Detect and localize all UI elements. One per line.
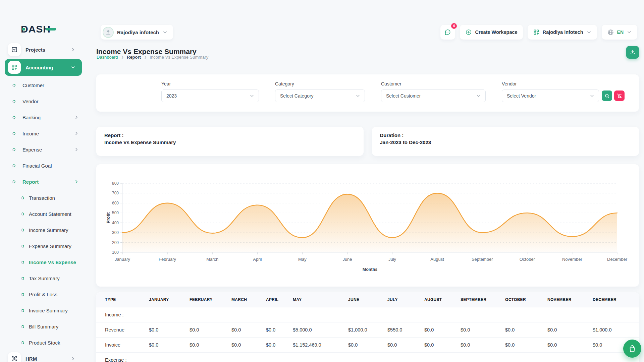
cell-value: $0.0 [416,337,452,352]
cell-value: $0.0 [379,337,416,352]
bullet-icon [21,276,24,280]
cell-value: $0.0 [539,337,584,352]
sidebar-item-accounting[interactable]: Accounting [5,59,82,76]
sidebar-item-tax-summary[interactable]: Tax Summary [5,270,82,286]
filter-category: Category Select Category [275,81,365,102]
cell-value: $0.0 [496,337,539,352]
bullet-icon [12,180,16,183]
category-select[interactable]: Select Category [275,89,365,102]
workspace-selector[interactable]: Rajodiya infotech [528,25,597,40]
download-button[interactable] [626,46,639,59]
bullet-icon [12,131,16,135]
chevron-down-icon [162,29,168,35]
filter-vendor: Vendor Select Vendor [502,81,599,102]
breadcrumb: Dashboard ❯ Report ❯ Income Vs Expense S… [97,55,208,60]
plus-circle-icon [465,29,472,36]
chevron-down-icon [355,93,361,99]
sidebar-item-customer[interactable]: Customer [5,77,82,93]
breadcrumb-current: Income Vs Expense Summary [150,55,208,60]
sidebar-item-profit-loss[interactable]: Profit & Loss [5,286,82,302]
chevron-down-icon [627,29,632,35]
sidebar-item-label: Income Vs Expense [29,259,76,265]
bullet-icon [12,164,16,167]
sidebar-item-finacial-goal[interactable]: Finacial Goal [5,158,82,174]
sidebar-item-invoice-summary[interactable]: Invoice Summary [5,302,82,318]
chevron-down-icon [589,93,595,99]
sidebar-item-income-summary[interactable]: Income Summary [5,222,82,238]
svg-text:September: September [472,257,493,262]
sidebar-item-label: Expense [22,147,42,153]
sidebar-item-projects[interactable]: Projects [5,42,82,58]
reset-filter-button[interactable] [614,90,625,101]
svg-text:March: March [206,257,218,262]
cell-value: $0.0 [223,337,257,352]
column-header: JUNE [339,292,379,307]
sidebar-item-label: Finacial Goal [22,163,52,169]
sidebar-item-expense[interactable]: Expense [5,141,82,158]
cell-value: $0.0 [223,322,257,337]
svg-text:100: 100 [112,250,119,255]
cell-value: $1,000.0 [339,322,379,337]
sidebar-item-label: Invoice Summary [29,308,68,313]
svg-text:700: 700 [112,191,119,195]
sidebar-item-income-vs-expense[interactable]: Income Vs Expense [5,254,82,270]
report-summary-card: Report : Income Vs Expense Summary [96,127,364,156]
create-workspace-button[interactable]: Create Workspace [460,25,523,40]
breadcrumb-separator: ❯ [144,55,147,59]
column-header: SEPTEMBER [452,292,496,307]
sidebar-item-label: Customer [22,82,44,88]
vendor-select[interactable]: Select Vendor [502,89,599,102]
sidebar-item-label: Report [22,179,39,185]
column-header: TYPE [96,292,140,307]
category-label: Category [275,81,365,86]
cell-value: $0.0 [339,337,379,352]
customer-select[interactable]: Select Customer [381,89,486,102]
bullet-icon [12,147,16,151]
bullet-icon [21,341,24,344]
sidebar-item-vendor[interactable]: Vendor [5,93,82,109]
page: { "colors": { "primary": "#2ca87f", "dan… [0,0,644,362]
svg-text:October: October [520,257,535,262]
sidebar-item-expense-summary[interactable]: Expense Summary [5,238,82,254]
year-select[interactable]: 2023 [161,89,259,102]
store-fab-button[interactable] [623,340,641,358]
svg-text:November: November [562,257,583,262]
cell-value: $550.0 [379,322,416,337]
app-logo[interactable]: DASH [21,23,56,35]
sidebar-item-label: Transaction [29,195,55,201]
messages-button[interactable]: 0 [440,25,455,40]
cell-value: $0.0 [181,322,223,337]
sidebar-item-label: HRM [25,356,37,362]
sidebar-item-account-statement[interactable]: Account Statement [5,206,82,222]
sidebar-item-banking[interactable]: Banking [5,109,82,125]
language-selector[interactable]: EN [602,25,637,40]
sidebar-item-label: Account Statement [29,211,71,217]
section-label: Expense : [96,352,639,362]
svg-text:800: 800 [112,181,119,186]
vendor-label: Vendor [502,81,599,86]
breadcrumb-dashboard[interactable]: Dashboard [97,55,118,60]
bullet-icon [21,228,24,232]
chevron-down-icon [249,93,255,99]
chevron-right-icon [74,179,79,184]
sidebar-item-label: Income [22,131,39,136]
sidebar-item-product-stock[interactable]: Product Stock [5,335,82,351]
breadcrumb-report[interactable]: Report [127,55,141,60]
bullet-icon [21,292,24,296]
svg-text:400: 400 [112,221,119,225]
company-selector[interactable]: Rajodiya infotech [101,25,173,40]
svg-text:February: February [159,257,176,262]
sidebar-item-transaction[interactable]: Transaction [5,190,82,206]
sidebar-item-income[interactable]: Income [5,125,82,141]
sidebar-item-hrm[interactable]: HRM [5,351,82,362]
search-icon [604,93,610,99]
svg-text:July: July [388,257,396,262]
sidebar-item-report[interactable]: Report [5,174,82,190]
cell-value: $5,000.0 [284,322,339,337]
income-expense-table: TYPEJANUARYFEBRUARYMARCHAPRILMAYJUNEJULY… [96,292,639,362]
create-workspace-label: Create Workspace [475,29,517,35]
chevron-right-icon [74,131,79,136]
sidebar: DASH ProjectsAccountingCustomerVendorBan… [0,0,87,362]
sidebar-item-bill-summary[interactable]: Bill Summary [5,318,82,335]
apply-filter-button[interactable] [602,90,612,101]
